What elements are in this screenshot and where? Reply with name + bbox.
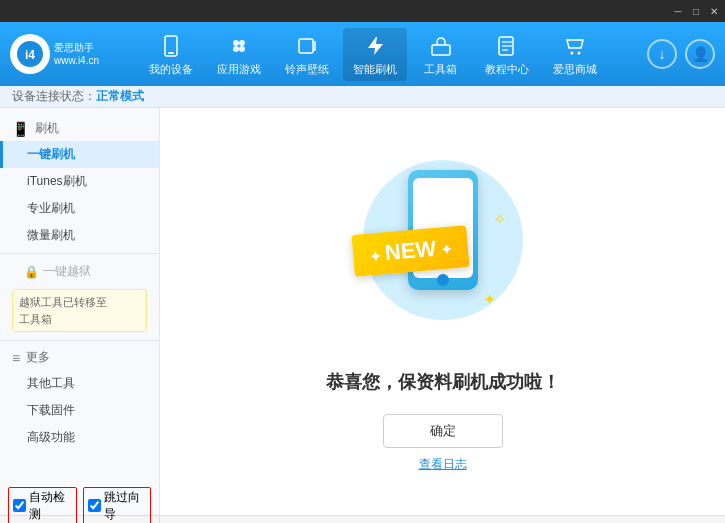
sidebar-section-more[interactable]: ≡ 更多	[0, 345, 159, 370]
sidebar-item-itunes-flash[interactable]: iTunes刷机	[0, 168, 159, 195]
sidebar-section-flash-label: 刷机	[35, 120, 59, 137]
header: i4 爱思助手 www.i4.cn 我的设备	[0, 22, 725, 86]
sidebar-section-more-label: 更多	[26, 349, 50, 366]
nav-ringtones-label: 铃声壁纸	[285, 62, 329, 77]
sidebar-section-flash[interactable]: 📱 刷机	[0, 116, 159, 141]
nav-my-device[interactable]: 我的设备	[139, 28, 203, 81]
phone-icon	[157, 32, 185, 60]
title-bar: ─ □ ✕	[0, 0, 725, 22]
nav-items: 我的设备 应用游戏 铃声壁纸	[100, 28, 645, 81]
apps-icon	[225, 32, 253, 60]
nav-my-device-label: 我的设备	[149, 62, 193, 77]
sidebar-jailbreak-note: 越狱工具已转移至工具箱	[12, 289, 147, 332]
nav-store[interactable]: 爱思商城	[543, 28, 607, 81]
logo-text: 爱思助手 www.i4.cn	[54, 41, 99, 67]
lock-icon: 🔒	[24, 265, 39, 279]
sidebar-jailbreak-locked: 🔒 一键越狱	[0, 258, 159, 285]
logo-icon: i4	[10, 34, 50, 74]
via-wizard-label: 跳过向导	[104, 489, 147, 523]
tutorial-icon	[493, 32, 521, 60]
sidebar-item-onekey-flash[interactable]: 一键刷机	[0, 141, 159, 168]
header-right: ↓ 👤	[645, 39, 715, 69]
sidebar-item-advanced[interactable]: 高级功能	[0, 424, 159, 451]
phone-home-btn	[437, 274, 449, 286]
nav-toolbox[interactable]: 工具箱	[411, 28, 471, 81]
auto-detect-label: 自动检测	[29, 489, 72, 523]
auto-detect-checkbox[interactable]: 自动检测	[8, 487, 77, 523]
sidebar: 📱 刷机 一键刷机 iTunes刷机 专业刷机 微量刷机 🔒 一键越狱 越狱工具…	[0, 108, 160, 515]
nav-smart-flash-label: 智能刷机	[353, 62, 397, 77]
svg-rect-3	[168, 52, 174, 54]
store-icon	[561, 32, 589, 60]
success-text: 恭喜您，保资料刷机成功啦！	[326, 370, 560, 394]
nav-apps-label: 应用游戏	[217, 62, 261, 77]
download-btn[interactable]: ↓	[647, 39, 677, 69]
nav-toolbox-label: 工具箱	[424, 62, 457, 77]
sidebar-item-pro-flash[interactable]: 专业刷机	[0, 195, 159, 222]
toolbox-icon	[427, 32, 455, 60]
ringtone-icon	[293, 32, 321, 60]
sidebar-item-micro-flash[interactable]: 微量刷机	[0, 222, 159, 249]
close-btn[interactable]: ✕	[707, 4, 721, 18]
logo-area: i4 爱思助手 www.i4.cn	[10, 34, 100, 74]
nav-tutorial-label: 教程中心	[485, 62, 529, 77]
success-illustration: ✦ ✧ ✦ NEW	[343, 150, 543, 350]
sparkle-3: ✦	[483, 290, 496, 309]
via-wizard-input[interactable]	[88, 499, 101, 512]
nav-smart-flash[interactable]: 智能刷机	[343, 28, 407, 81]
nav-tutorial[interactable]: 教程中心	[475, 28, 539, 81]
svg-point-5	[239, 40, 245, 46]
svg-point-7	[239, 46, 245, 52]
svg-point-6	[233, 46, 239, 52]
sidebar-divider-2	[0, 340, 159, 341]
device-status-value: 正常模式	[96, 88, 144, 105]
user-btn[interactable]: 👤	[685, 39, 715, 69]
nav-apps[interactable]: 应用游戏	[207, 28, 271, 81]
confirm-button[interactable]: 确定	[383, 414, 503, 448]
maximize-btn[interactable]: □	[689, 4, 703, 18]
sidebar-item-other-tools[interactable]: 其他工具	[0, 370, 159, 397]
nav-ringtones[interactable]: 铃声壁纸	[275, 28, 339, 81]
flash-icon	[361, 32, 389, 60]
sidebar-item-download-firmware[interactable]: 下载固件	[0, 397, 159, 424]
logo-name: 爱思助手	[54, 41, 99, 54]
svg-point-14	[570, 51, 573, 54]
minimize-btn[interactable]: ─	[671, 4, 685, 18]
view-log-link[interactable]: 查看日志	[419, 456, 467, 473]
svg-point-15	[577, 51, 580, 54]
checkboxes-row: 自动检测 跳过向导	[8, 487, 151, 523]
svg-rect-8	[299, 39, 313, 53]
main-area: 📱 刷机 一键刷机 iTunes刷机 专业刷机 微量刷机 🔒 一键越狱 越狱工具…	[0, 108, 725, 515]
more-section-icon: ≡	[12, 350, 20, 366]
content-area: ✦ ✧ ✦ NEW 恭喜您，保资料刷机成功啦！ 确定 查看日志	[160, 108, 725, 515]
svg-point-4	[233, 40, 239, 46]
device-status-bar: 设备连接状态： 正常模式	[0, 86, 725, 108]
sidebar-divider-1	[0, 253, 159, 254]
nav-store-label: 爱思商城	[553, 62, 597, 77]
device-status-label: 设备连接状态：	[12, 88, 96, 105]
sparkle-2: ✧	[493, 210, 506, 229]
full-bottom: 自动检测 跳过向导 📱 iPhone 12 mini 64GB Down-12m…	[0, 515, 725, 523]
auto-detect-input[interactable]	[13, 499, 26, 512]
via-wizard-checkbox[interactable]: 跳过向导	[83, 487, 152, 523]
bottom-left: 自动检测 跳过向导 📱 iPhone 12 mini 64GB Down-12m…	[0, 516, 160, 523]
logo-url: www.i4.cn	[54, 54, 99, 67]
svg-text:i4: i4	[25, 48, 35, 62]
svg-rect-9	[432, 45, 450, 55]
flash-section-icon: 📱	[12, 121, 29, 137]
